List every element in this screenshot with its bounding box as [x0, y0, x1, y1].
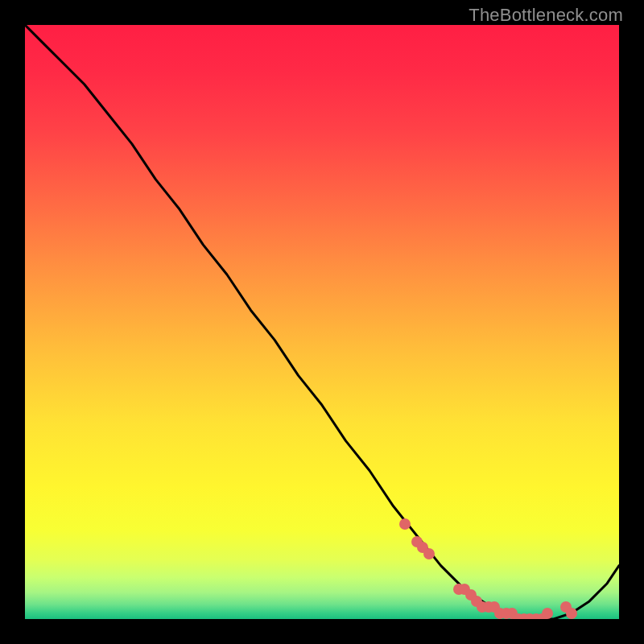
chart-stage: TheBottleneck.com [0, 0, 644, 644]
watermark-text: TheBottleneck.com [469, 5, 623, 26]
bottleneck-curve [25, 25, 619, 619]
data-marker [399, 518, 411, 530]
plot-area [25, 25, 619, 619]
data-marker [542, 608, 553, 619]
data-marker [566, 608, 577, 619]
data-marker [423, 548, 435, 559]
